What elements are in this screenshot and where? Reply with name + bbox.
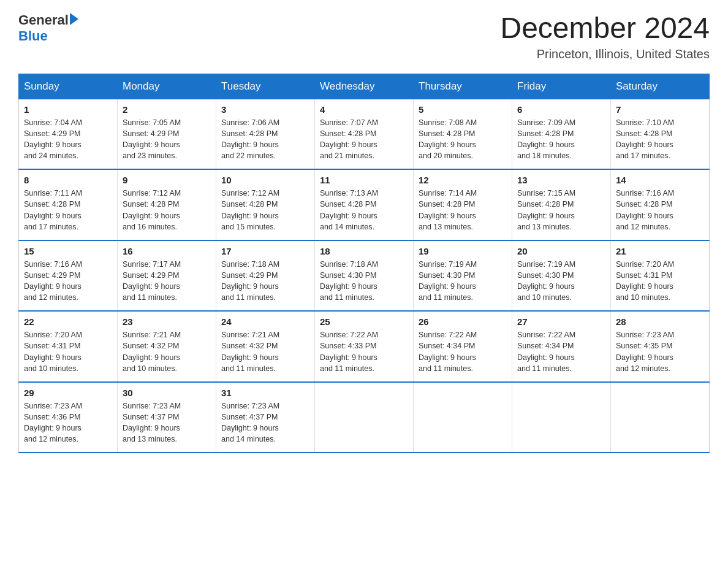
day-number: 8 xyxy=(24,175,112,185)
cell-content: Sunrise: 7:19 AMSunset: 4:30 PMDaylight:… xyxy=(419,259,507,304)
day-number: 27 xyxy=(517,316,605,327)
cell-content: Sunrise: 7:12 AMSunset: 4:28 PMDaylight:… xyxy=(123,188,211,232)
day-number: 7 xyxy=(616,104,704,115)
logo-general: General xyxy=(18,12,69,28)
weekday-header-monday: Monday xyxy=(118,74,216,99)
cell-content: Sunrise: 7:08 AMSunset: 4:28 PMDaylight:… xyxy=(419,117,507,162)
calendar-cell: 26Sunrise: 7:22 AMSunset: 4:34 PMDayligh… xyxy=(414,311,512,382)
weekday-header-wednesday: Wednesday xyxy=(315,74,414,99)
calendar-cell: 6Sunrise: 7:09 AMSunset: 4:28 PMDaylight… xyxy=(512,99,611,169)
cell-content: Sunrise: 7:18 AMSunset: 4:29 PMDaylight:… xyxy=(221,259,309,304)
day-number: 4 xyxy=(320,104,408,115)
title-section: December 2024 Princeton, Illinois, Unite… xyxy=(500,12,710,61)
calendar-cell: 30Sunrise: 7:23 AMSunset: 4:37 PMDayligh… xyxy=(118,382,216,453)
day-number: 18 xyxy=(320,246,408,256)
day-number: 9 xyxy=(123,175,211,185)
weekday-header-thursday: Thursday xyxy=(414,74,512,99)
weekday-header-row: SundayMondayTuesdayWednesdayThursdayFrid… xyxy=(19,74,710,99)
cell-content: Sunrise: 7:21 AMSunset: 4:32 PMDaylight:… xyxy=(221,329,309,374)
cell-content: Sunrise: 7:04 AMSunset: 4:29 PMDaylight:… xyxy=(24,117,112,162)
calendar-cell: 15Sunrise: 7:16 AMSunset: 4:29 PMDayligh… xyxy=(19,240,118,312)
cell-content: Sunrise: 7:12 AMSunset: 4:28 PMDaylight:… xyxy=(221,188,309,232)
calendar-cell: 14Sunrise: 7:16 AMSunset: 4:28 PMDayligh… xyxy=(611,169,710,240)
calendar-cell: 3Sunrise: 7:06 AMSunset: 4:28 PMDaylight… xyxy=(216,99,315,169)
cell-content: Sunrise: 7:16 AMSunset: 4:29 PMDaylight:… xyxy=(24,259,112,304)
cell-content: Sunrise: 7:22 AMSunset: 4:33 PMDaylight:… xyxy=(320,329,408,374)
location-subtitle: Princeton, Illinois, United States xyxy=(500,47,710,61)
calendar-week-row: 29Sunrise: 7:23 AMSunset: 4:36 PMDayligh… xyxy=(19,382,710,453)
calendar-week-row: 22Sunrise: 7:20 AMSunset: 4:31 PMDayligh… xyxy=(19,311,710,382)
cell-content: Sunrise: 7:16 AMSunset: 4:28 PMDaylight:… xyxy=(616,188,704,232)
cell-content: Sunrise: 7:22 AMSunset: 4:34 PMDaylight:… xyxy=(419,329,507,374)
cell-content: Sunrise: 7:10 AMSunset: 4:28 PMDaylight:… xyxy=(616,117,704,162)
cell-content: Sunrise: 7:18 AMSunset: 4:30 PMDaylight:… xyxy=(320,259,408,304)
calendar-cell xyxy=(512,382,611,453)
cell-content: Sunrise: 7:13 AMSunset: 4:28 PMDaylight:… xyxy=(320,188,408,232)
calendar-cell: 21Sunrise: 7:20 AMSunset: 4:31 PMDayligh… xyxy=(611,240,710,312)
calendar-cell: 24Sunrise: 7:21 AMSunset: 4:32 PMDayligh… xyxy=(216,311,315,382)
calendar-cell: 25Sunrise: 7:22 AMSunset: 4:33 PMDayligh… xyxy=(315,311,414,382)
calendar-cell: 5Sunrise: 7:08 AMSunset: 4:28 PMDaylight… xyxy=(414,99,512,169)
weekday-header-saturday: Saturday xyxy=(611,74,710,99)
day-number: 15 xyxy=(24,246,112,256)
calendar-cell: 11Sunrise: 7:13 AMSunset: 4:28 PMDayligh… xyxy=(315,169,414,240)
day-number: 28 xyxy=(616,316,704,327)
day-number: 5 xyxy=(419,104,507,115)
weekday-header-friday: Friday xyxy=(512,74,611,99)
day-number: 26 xyxy=(419,316,507,327)
cell-content: Sunrise: 7:19 AMSunset: 4:30 PMDaylight:… xyxy=(517,259,605,304)
calendar-cell: 13Sunrise: 7:15 AMSunset: 4:28 PMDayligh… xyxy=(512,169,611,240)
day-number: 20 xyxy=(517,246,605,256)
calendar-cell: 27Sunrise: 7:22 AMSunset: 4:34 PMDayligh… xyxy=(512,311,611,382)
calendar-cell: 8Sunrise: 7:11 AMSunset: 4:28 PMDaylight… xyxy=(19,169,118,240)
calendar-cell: 10Sunrise: 7:12 AMSunset: 4:28 PMDayligh… xyxy=(216,169,315,240)
day-number: 11 xyxy=(320,175,408,185)
month-title: December 2024 xyxy=(500,12,710,45)
page-header: General Blue December 2024 Princeton, Il… xyxy=(18,12,710,61)
day-number: 2 xyxy=(123,104,211,115)
day-number: 31 xyxy=(221,388,309,398)
calendar-week-row: 8Sunrise: 7:11 AMSunset: 4:28 PMDaylight… xyxy=(19,169,710,240)
day-number: 22 xyxy=(24,316,112,327)
day-number: 19 xyxy=(419,246,507,256)
day-number: 3 xyxy=(221,104,309,115)
cell-content: Sunrise: 7:20 AMSunset: 4:31 PMDaylight:… xyxy=(616,259,704,304)
day-number: 17 xyxy=(221,246,309,256)
calendar-cell: 19Sunrise: 7:19 AMSunset: 4:30 PMDayligh… xyxy=(414,240,512,312)
cell-content: Sunrise: 7:06 AMSunset: 4:28 PMDaylight:… xyxy=(221,117,309,162)
day-number: 10 xyxy=(221,175,309,185)
calendar-cell xyxy=(414,382,512,453)
calendar-cell xyxy=(315,382,414,453)
calendar-cell: 18Sunrise: 7:18 AMSunset: 4:30 PMDayligh… xyxy=(315,240,414,312)
calendar-cell: 22Sunrise: 7:20 AMSunset: 4:31 PMDayligh… xyxy=(19,311,118,382)
logo-blue: Blue xyxy=(18,28,78,44)
calendar-week-row: 1Sunrise: 7:04 AMSunset: 4:29 PMDaylight… xyxy=(19,99,710,169)
day-number: 12 xyxy=(419,175,507,185)
day-number: 29 xyxy=(24,388,112,398)
day-number: 21 xyxy=(616,246,704,256)
calendar-cell: 31Sunrise: 7:23 AMSunset: 4:37 PMDayligh… xyxy=(216,382,315,453)
calendar-cell: 2Sunrise: 7:05 AMSunset: 4:29 PMDaylight… xyxy=(118,99,216,169)
calendar-table: SundayMondayTuesdayWednesdayThursdayFrid… xyxy=(18,74,710,454)
day-number: 16 xyxy=(123,246,211,256)
cell-content: Sunrise: 7:22 AMSunset: 4:34 PMDaylight:… xyxy=(517,329,605,374)
calendar-cell: 4Sunrise: 7:07 AMSunset: 4:28 PMDaylight… xyxy=(315,99,414,169)
logo-arrow-icon xyxy=(70,13,78,25)
day-number: 25 xyxy=(320,316,408,327)
calendar-cell: 20Sunrise: 7:19 AMSunset: 4:30 PMDayligh… xyxy=(512,240,611,312)
day-number: 23 xyxy=(123,316,211,327)
cell-content: Sunrise: 7:14 AMSunset: 4:28 PMDaylight:… xyxy=(419,188,507,232)
calendar-cell: 1Sunrise: 7:04 AMSunset: 4:29 PMDaylight… xyxy=(19,99,118,169)
cell-content: Sunrise: 7:20 AMSunset: 4:31 PMDaylight:… xyxy=(24,329,112,374)
calendar-cell xyxy=(611,382,710,453)
day-number: 1 xyxy=(24,104,112,115)
weekday-header-tuesday: Tuesday xyxy=(216,74,315,99)
calendar-week-row: 15Sunrise: 7:16 AMSunset: 4:29 PMDayligh… xyxy=(19,240,710,312)
cell-content: Sunrise: 7:09 AMSunset: 4:28 PMDaylight:… xyxy=(517,117,605,162)
calendar-cell: 28Sunrise: 7:23 AMSunset: 4:35 PMDayligh… xyxy=(611,311,710,382)
cell-content: Sunrise: 7:05 AMSunset: 4:29 PMDaylight:… xyxy=(123,117,211,162)
calendar-cell: 12Sunrise: 7:14 AMSunset: 4:28 PMDayligh… xyxy=(414,169,512,240)
cell-content: Sunrise: 7:11 AMSunset: 4:28 PMDaylight:… xyxy=(24,188,112,232)
day-number: 30 xyxy=(123,388,211,398)
day-number: 13 xyxy=(517,175,605,185)
